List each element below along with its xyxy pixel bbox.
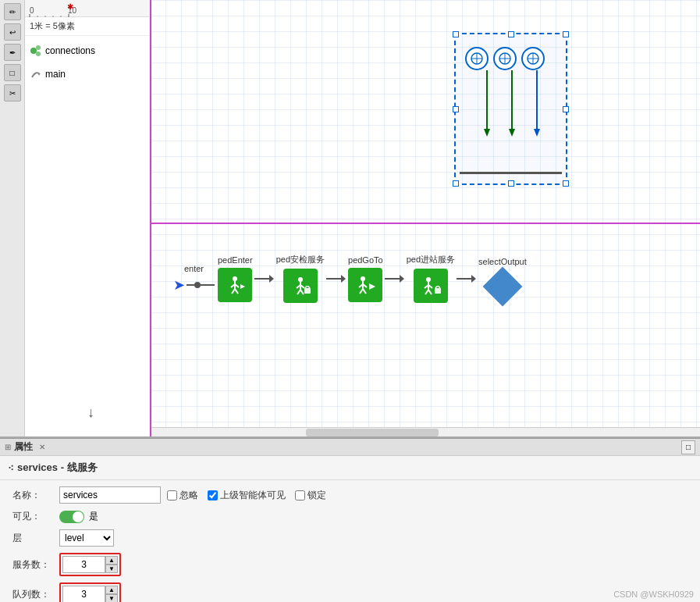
ped-service-section: ped进站服务 bbox=[407, 254, 455, 303]
queue-count-spinbox: ▲ ▼ bbox=[62, 586, 118, 602]
circle-crosshair-2 bbox=[498, 52, 512, 66]
conn1-arrow bbox=[269, 275, 274, 283]
name-input[interactable] bbox=[59, 486, 161, 504]
svg-rect-40 bbox=[304, 288, 311, 294]
parent-visible-checkbox[interactable] bbox=[208, 490, 218, 500]
pedEnter-section: pedEnter bbox=[218, 255, 253, 302]
handle-bc[interactable] bbox=[508, 180, 514, 187]
service-arrows-svg bbox=[467, 70, 560, 164]
toolbar-btn-4[interactable]: □ bbox=[4, 64, 21, 81]
tree-item-main[interactable]: main bbox=[30, 66, 144, 83]
name-label: 名称： bbox=[12, 489, 59, 502]
ignore-checkbox-label[interactable]: 忽略 bbox=[167, 489, 198, 502]
ped-security-section: ped安检服务 bbox=[276, 254, 325, 303]
handle-tl[interactable] bbox=[453, 31, 459, 37]
pedEnter-label: pedEnter bbox=[218, 255, 253, 265]
pedGoTo-section: pedGoTo bbox=[348, 255, 383, 302]
visible-row: 可见： 是 bbox=[12, 510, 688, 523]
parent-visible-checkbox-label[interactable]: 上级智能体可见 bbox=[208, 489, 286, 502]
lower-canvas[interactable]: enter ➤ pedEnter bbox=[150, 223, 700, 427]
service-count-btns: ▲ ▼ bbox=[105, 556, 118, 573]
parent-visible-label: 上级智能体可见 bbox=[220, 489, 286, 502]
handle-ml[interactable] bbox=[453, 106, 459, 112]
queue-count-input[interactable] bbox=[62, 586, 105, 602]
service-count-input[interactable] bbox=[62, 556, 105, 573]
svg-marker-21 bbox=[484, 129, 490, 137]
left-toolbar: ✏ ↩ ✒ □ ✂ bbox=[0, 0, 25, 436]
conn4-line bbox=[457, 278, 472, 280]
tree-item-connections[interactable]: connections bbox=[30, 42, 144, 59]
panel-header: ⊞ 属性 ✕ □ bbox=[0, 439, 700, 456]
enter-section: enter ➤ bbox=[173, 264, 215, 294]
conn3-line bbox=[385, 278, 400, 280]
enter-arrow: ➤ bbox=[173, 276, 215, 294]
toolbar-btn-5[interactable]: ✂ bbox=[4, 84, 21, 102]
main-label: main bbox=[45, 69, 66, 80]
ruler-ticks: ✱ bbox=[25, 0, 150, 17]
service-count-row: 服务数： ▲ ▼ bbox=[12, 553, 688, 576]
toolbar-btn-1[interactable]: ✏ bbox=[4, 3, 21, 20]
queue-count-btns: ▲ ▼ bbox=[105, 586, 118, 602]
handle-bl[interactable] bbox=[453, 180, 459, 187]
handle-mr[interactable] bbox=[563, 106, 569, 112]
queue-count-down[interactable]: ▼ bbox=[105, 594, 118, 602]
toolbar-btn-2[interactable]: ↩ bbox=[4, 23, 21, 41]
connections-icon bbox=[30, 45, 42, 57]
selectOutput-label: selectOutput bbox=[478, 257, 527, 266]
queue-count-row: 队列数： ▲ ▼ bbox=[12, 582, 688, 602]
service-circle-3[interactable] bbox=[521, 47, 545, 70]
service-count-highlight: ▲ ▼ bbox=[59, 553, 121, 576]
pedEnter-icon bbox=[223, 273, 247, 297]
properties-tab[interactable]: 属性 bbox=[14, 440, 33, 454]
bottom-bar bbox=[460, 172, 562, 174]
pedEnter-node[interactable] bbox=[218, 268, 252, 302]
checkbox-group-1: 忽略 上级智能体可见 锁定 bbox=[167, 489, 326, 502]
ignore-label: 忽略 bbox=[179, 489, 198, 502]
ped-service-node[interactable] bbox=[414, 269, 448, 303]
layer-select[interactable]: level bbox=[59, 529, 114, 547]
selectOutput-diamond[interactable] bbox=[482, 266, 522, 306]
service-count-down[interactable]: ▼ bbox=[105, 565, 118, 573]
lock-checkbox[interactable] bbox=[295, 490, 305, 500]
service-count-label: 服务数： bbox=[12, 558, 59, 572]
handle-tr[interactable] bbox=[563, 31, 569, 37]
service-circle-2[interactable] bbox=[493, 47, 517, 70]
svg-marker-47 bbox=[369, 283, 375, 290]
ped-security-label: ped安检服务 bbox=[276, 254, 325, 265]
scrollbar-thumb[interactable] bbox=[306, 429, 439, 436]
toolbar-btn-3[interactable]: ✒ bbox=[4, 44, 21, 61]
svg-rect-54 bbox=[435, 288, 441, 294]
ped-security-node[interactable] bbox=[283, 269, 318, 303]
service-circle-1[interactable] bbox=[465, 47, 489, 70]
queue-count-label: 队列数： bbox=[12, 588, 59, 601]
handle-tc[interactable] bbox=[508, 31, 514, 37]
visible-label: 可见： bbox=[12, 510, 59, 523]
queue-count-up[interactable]: ▲ bbox=[105, 586, 118, 594]
conn2 bbox=[326, 278, 342, 280]
circle-crosshair-3 bbox=[526, 52, 540, 66]
conn1-line bbox=[254, 278, 270, 280]
enter-dot bbox=[194, 282, 201, 288]
visible-toggle[interactable]: 是 bbox=[59, 510, 98, 523]
svg-line-39 bbox=[300, 290, 304, 294]
scale-info: 1米 = 5像素 bbox=[25, 17, 149, 36]
toggle-track[interactable] bbox=[59, 511, 84, 523]
enter-connector bbox=[201, 284, 215, 286]
pedGoTo-node[interactable] bbox=[348, 268, 382, 302]
panel-subtitle: ⁖ services - 线服务 bbox=[0, 456, 700, 480]
svg-line-53 bbox=[428, 290, 432, 294]
service-count-up[interactable]: ▲ bbox=[105, 556, 118, 565]
svg-point-27 bbox=[233, 276, 237, 281]
panel-maximize-btn[interactable]: □ bbox=[681, 440, 695, 454]
handle-br[interactable] bbox=[563, 180, 569, 187]
selectOutput-section: selectOutput bbox=[478, 257, 527, 301]
conn2-arrow bbox=[341, 275, 346, 283]
ignore-checkbox[interactable] bbox=[167, 490, 177, 500]
upper-canvas[interactable] bbox=[150, 17, 700, 223]
panel-subtitle-icon: ⁖ bbox=[8, 462, 14, 474]
service-circles-group bbox=[465, 47, 545, 70]
canvas-area: ✏ ↩ ✒ □ ✂ 0 10 bbox=[0, 0, 700, 438]
lock-checkbox-label[interactable]: 锁定 bbox=[295, 489, 326, 502]
tree-panel: connections main bbox=[25, 36, 149, 89]
svg-point-7 bbox=[30, 48, 37, 54]
